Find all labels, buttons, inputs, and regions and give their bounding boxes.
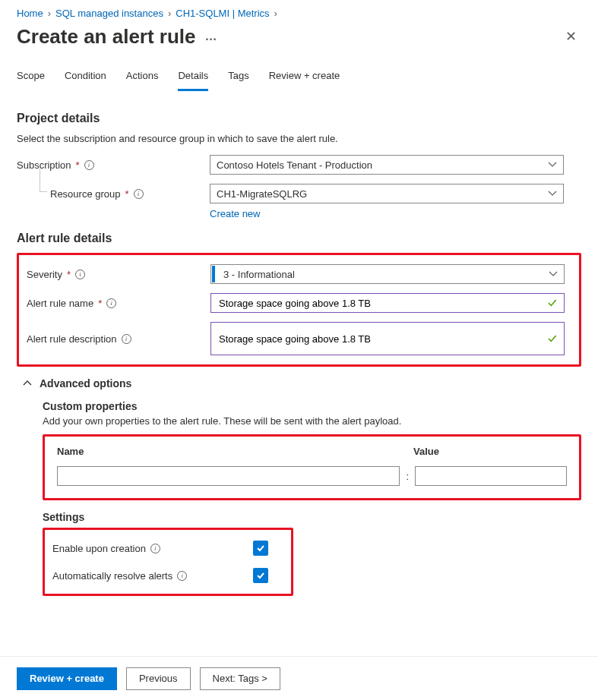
advanced-options-toggle[interactable]: Advanced options — [23, 377, 581, 389]
alert-name-input-wrapper — [210, 293, 565, 313]
highlight-alert-details: Severity * i 3 - Informational Alert rul… — [17, 253, 581, 367]
required-icon: * — [76, 159, 80, 171]
required-icon: * — [125, 188, 129, 200]
custom-prop-value-wrapper — [415, 466, 567, 486]
settings-heading: Settings — [43, 511, 581, 523]
enable-upon-creation-checkbox[interactable] — [253, 541, 268, 556]
enable-upon-creation-label: Enable upon creation i — [52, 543, 253, 554]
custom-properties-desc: Add your own properties to the alert rul… — [43, 415, 581, 427]
alert-desc-label: Alert rule description i — [27, 333, 210, 345]
chevron-right-icon: › — [168, 8, 171, 19]
info-icon[interactable]: i — [122, 334, 131, 344]
project-details-heading: Project details — [17, 112, 581, 125]
resource-group-select[interactable]: CH1-MigrateSQLRG — [210, 184, 564, 203]
auto-resolve-checkbox[interactable] — [253, 568, 268, 583]
alert-desc-row: Alert rule description i — [27, 322, 571, 355]
chevron-right-icon: › — [48, 8, 51, 19]
title-row: Create an alert rule … ✕ — [0, 19, 598, 55]
custom-property-row: : — [51, 463, 573, 493]
chevron-up-icon — [23, 379, 32, 388]
required-icon: * — [98, 298, 102, 309]
subscription-label: Subscription * i — [17, 159, 210, 171]
custom-properties-header: Name Value — [51, 441, 573, 463]
highlight-settings: Enable upon creation i Automatically res… — [43, 528, 293, 596]
tab-review-create[interactable]: Review + create — [269, 65, 340, 91]
info-icon[interactable]: i — [106, 298, 116, 308]
check-icon — [547, 333, 558, 344]
check-icon — [256, 571, 265, 580]
tab-scope[interactable]: Scope — [17, 65, 45, 91]
chevron-down-icon — [549, 270, 558, 279]
enable-upon-creation-row: Enable upon creation i — [52, 534, 283, 562]
severity-label: Severity * i — [27, 269, 210, 280]
breadcrumb: Home › SQL managed instances › CH1-SQLMI… — [0, 0, 598, 19]
alert-desc-input[interactable] — [217, 333, 547, 345]
breadcrumb-sql-managed-instances[interactable]: SQL managed instances — [55, 8, 163, 19]
tab-details[interactable]: Details — [178, 65, 208, 91]
custom-prop-value-input[interactable] — [416, 467, 566, 485]
breadcrumb-instance-metrics[interactable]: CH1-SQLMI | Metrics — [176, 8, 269, 19]
footer: Review + create Previous Next: Tags > — [0, 656, 598, 700]
check-icon — [547, 298, 558, 308]
next-tags-button[interactable]: Next: Tags > — [200, 667, 280, 690]
alert-rule-details-heading: Alert rule details — [17, 232, 581, 245]
more-icon[interactable]: … — [205, 30, 218, 43]
subscription-select[interactable]: Contoso Hotels Tenant - Production — [210, 155, 564, 175]
page-title-text: Create an alert rule — [17, 25, 196, 49]
tab-actions[interactable]: Actions — [126, 65, 159, 91]
tab-condition[interactable]: Condition — [65, 65, 106, 91]
review-create-button[interactable]: Review + create — [17, 667, 117, 690]
chevron-right-icon: › — [274, 8, 277, 19]
resource-group-row: Resource group * i CH1-MigrateSQLRG — [17, 184, 581, 203]
info-icon[interactable]: i — [134, 189, 144, 199]
colon-separator: : — [406, 471, 409, 482]
alert-name-row: Alert rule name * i — [27, 293, 571, 313]
chevron-down-icon — [548, 189, 557, 198]
info-icon[interactable]: i — [150, 544, 160, 553]
alert-desc-input-wrapper — [210, 322, 565, 355]
auto-resolve-row: Automatically resolve alerts i — [52, 562, 283, 589]
severity-row: Severity * i 3 - Informational — [27, 264, 571, 284]
tab-tags[interactable]: Tags — [228, 65, 248, 91]
alert-name-input[interactable] — [217, 297, 547, 310]
custom-prop-name-input[interactable] — [58, 467, 399, 485]
highlight-custom-properties: Name Value : — [43, 434, 581, 500]
previous-button[interactable]: Previous — [126, 667, 191, 690]
breadcrumb-home[interactable]: Home — [17, 8, 43, 19]
col-value: Value — [413, 446, 573, 457]
custom-properties-heading: Custom properties — [43, 400, 581, 412]
create-new-link[interactable]: Create new — [210, 208, 260, 219]
severity-select[interactable]: 3 - Informational — [210, 264, 565, 284]
col-name: Name — [57, 446, 413, 457]
resource-group-label: Resource group * i — [50, 188, 210, 200]
chevron-down-icon — [548, 160, 557, 169]
body-scroll[interactable]: Scope Condition Actions Details Tags Rev… — [0, 52, 598, 656]
close-icon[interactable]: ✕ — [561, 24, 581, 49]
project-details-desc: Select the subscription and resource gro… — [17, 133, 581, 144]
auto-resolve-label: Automatically resolve alerts i — [52, 570, 253, 582]
info-icon[interactable]: i — [75, 270, 85, 279]
page-title: Create an alert rule … — [17, 25, 218, 49]
info-icon[interactable]: i — [177, 571, 187, 581]
subscription-row: Subscription * i Contoso Hotels Tenant -… — [17, 155, 581, 175]
alert-name-label: Alert rule name * i — [27, 298, 210, 309]
info-icon[interactable]: i — [84, 160, 94, 170]
check-icon — [256, 544, 265, 553]
required-icon: * — [67, 269, 71, 280]
custom-prop-name-wrapper — [57, 466, 400, 486]
tab-bar: Scope Condition Actions Details Tags Rev… — [17, 55, 581, 92]
